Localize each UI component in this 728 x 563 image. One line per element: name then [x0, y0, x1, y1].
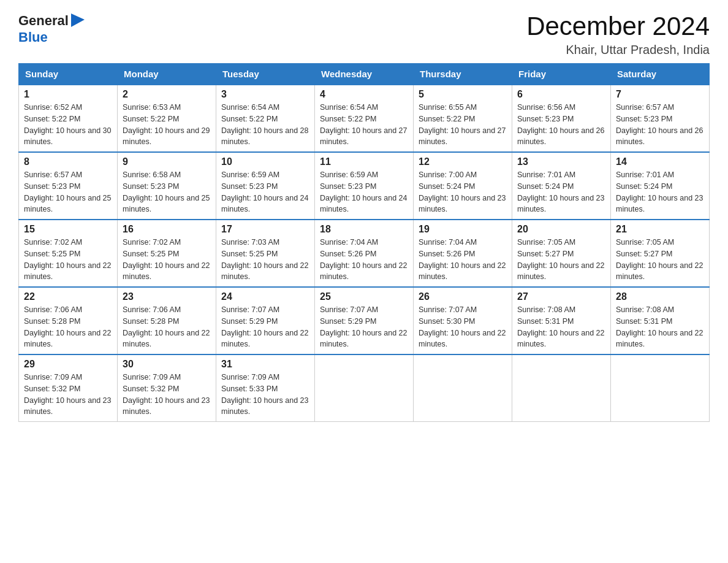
day-info: Sunrise: 7:01 AMSunset: 5:24 PMDaylight:…	[517, 169, 605, 215]
day-info: Sunrise: 7:07 AMSunset: 5:29 PMDaylight:…	[320, 304, 408, 350]
calendar-cell: 12Sunrise: 7:00 AMSunset: 5:24 PMDayligh…	[414, 152, 512, 220]
day-number: 17	[221, 224, 309, 235]
day-info: Sunrise: 6:58 AMSunset: 5:23 PMDaylight:…	[123, 169, 211, 215]
calendar-week-row: 15Sunrise: 7:02 AMSunset: 5:25 PMDayligh…	[19, 220, 710, 287]
page-title: December 2024	[526, 12, 710, 40]
day-number: 7	[616, 89, 704, 100]
day-info: Sunrise: 6:55 AMSunset: 5:22 PMDaylight:…	[419, 102, 507, 148]
day-info: Sunrise: 6:52 AMSunset: 5:22 PMDaylight:…	[24, 102, 112, 148]
day-info: Sunrise: 6:56 AMSunset: 5:23 PMDaylight:…	[517, 102, 605, 148]
weekday-header: Thursday	[414, 64, 512, 85]
logo: General Blue	[18, 12, 85, 45]
calendar-cell: 5Sunrise: 6:55 AMSunset: 5:22 PMDaylight…	[414, 85, 512, 152]
day-info: Sunrise: 7:04 AMSunset: 5:26 PMDaylight:…	[419, 237, 507, 283]
day-info: Sunrise: 6:53 AMSunset: 5:22 PMDaylight:…	[123, 102, 211, 148]
day-number: 30	[123, 359, 211, 370]
day-number: 20	[517, 224, 605, 235]
calendar-cell: 8Sunrise: 6:57 AMSunset: 5:23 PMDaylight…	[19, 152, 118, 220]
calendar-cell: 29Sunrise: 7:09 AMSunset: 5:32 PMDayligh…	[19, 354, 118, 422]
calendar-cell	[512, 354, 611, 422]
calendar-cell: 22Sunrise: 7:06 AMSunset: 5:28 PMDayligh…	[19, 287, 118, 354]
calendar-cell: 19Sunrise: 7:04 AMSunset: 5:26 PMDayligh…	[414, 220, 512, 287]
calendar-week-row: 22Sunrise: 7:06 AMSunset: 5:28 PMDayligh…	[19, 287, 710, 354]
day-number: 6	[517, 89, 605, 100]
calendar-week-row: 29Sunrise: 7:09 AMSunset: 5:32 PMDayligh…	[19, 354, 710, 422]
calendar-cell: 10Sunrise: 6:59 AMSunset: 5:23 PMDayligh…	[216, 152, 315, 220]
calendar-week-row: 8Sunrise: 6:57 AMSunset: 5:23 PMDaylight…	[19, 152, 710, 220]
calendar-table: SundayMondayTuesdayWednesdayThursdayFrid…	[18, 63, 710, 422]
calendar-cell: 15Sunrise: 7:02 AMSunset: 5:25 PMDayligh…	[19, 220, 118, 287]
day-number: 10	[221, 156, 309, 167]
calendar-cell: 17Sunrise: 7:03 AMSunset: 5:25 PMDayligh…	[216, 220, 315, 287]
day-info: Sunrise: 7:09 AMSunset: 5:33 PMDaylight:…	[221, 372, 309, 418]
logo-text-blue: Blue	[18, 29, 48, 45]
day-number: 14	[616, 156, 704, 167]
calendar-cell: 23Sunrise: 7:06 AMSunset: 5:28 PMDayligh…	[118, 287, 216, 354]
day-number: 22	[24, 291, 112, 302]
day-number: 13	[517, 156, 605, 167]
day-number: 11	[320, 156, 408, 167]
day-number: 16	[123, 224, 211, 235]
calendar-cell: 20Sunrise: 7:05 AMSunset: 5:27 PMDayligh…	[512, 220, 611, 287]
calendar-cell: 18Sunrise: 7:04 AMSunset: 5:26 PMDayligh…	[315, 220, 414, 287]
day-number: 12	[419, 156, 507, 167]
day-number: 24	[221, 291, 309, 302]
day-info: Sunrise: 6:57 AMSunset: 5:23 PMDaylight:…	[616, 102, 704, 148]
svg-marker-0	[71, 13, 85, 27]
calendar-cell: 14Sunrise: 7:01 AMSunset: 5:24 PMDayligh…	[611, 152, 710, 220]
day-info: Sunrise: 7:06 AMSunset: 5:28 PMDaylight:…	[123, 304, 211, 350]
logo-triangle-icon	[71, 13, 85, 27]
calendar-header-row: SundayMondayTuesdayWednesdayThursdayFrid…	[19, 64, 710, 85]
calendar-cell: 11Sunrise: 6:59 AMSunset: 5:23 PMDayligh…	[315, 152, 414, 220]
calendar-cell: 21Sunrise: 7:05 AMSunset: 5:27 PMDayligh…	[611, 220, 710, 287]
calendar-cell: 13Sunrise: 7:01 AMSunset: 5:24 PMDayligh…	[512, 152, 611, 220]
day-info: Sunrise: 6:54 AMSunset: 5:22 PMDaylight:…	[320, 102, 408, 148]
day-number: 5	[419, 89, 507, 100]
day-number: 8	[24, 156, 112, 167]
day-number: 3	[221, 89, 309, 100]
page-subtitle: Khair, Uttar Pradesh, India	[526, 43, 710, 57]
logo-text-general: General	[18, 13, 69, 29]
day-info: Sunrise: 6:59 AMSunset: 5:23 PMDaylight:…	[320, 169, 408, 215]
day-number: 2	[123, 89, 211, 100]
day-info: Sunrise: 7:03 AMSunset: 5:25 PMDaylight:…	[221, 237, 309, 283]
calendar-cell: 30Sunrise: 7:09 AMSunset: 5:32 PMDayligh…	[118, 354, 216, 422]
day-number: 31	[221, 359, 309, 370]
day-number: 15	[24, 224, 112, 235]
page-header: General Blue December 2024 Khair, Uttar …	[18, 12, 710, 57]
day-info: Sunrise: 7:07 AMSunset: 5:29 PMDaylight:…	[221, 304, 309, 350]
weekday-header: Sunday	[19, 64, 118, 85]
calendar-cell: 25Sunrise: 7:07 AMSunset: 5:29 PMDayligh…	[315, 287, 414, 354]
day-info: Sunrise: 7:02 AMSunset: 5:25 PMDaylight:…	[123, 237, 211, 283]
day-info: Sunrise: 7:09 AMSunset: 5:32 PMDaylight:…	[24, 372, 112, 418]
title-block: December 2024 Khair, Uttar Pradesh, Indi…	[526, 12, 710, 57]
day-info: Sunrise: 7:09 AMSunset: 5:32 PMDaylight:…	[123, 372, 211, 418]
calendar-cell: 24Sunrise: 7:07 AMSunset: 5:29 PMDayligh…	[216, 287, 315, 354]
day-info: Sunrise: 7:05 AMSunset: 5:27 PMDaylight:…	[517, 237, 605, 283]
weekday-header: Monday	[118, 64, 216, 85]
calendar-week-row: 1Sunrise: 6:52 AMSunset: 5:22 PMDaylight…	[19, 85, 710, 152]
weekday-header: Tuesday	[216, 64, 315, 85]
calendar-cell: 16Sunrise: 7:02 AMSunset: 5:25 PMDayligh…	[118, 220, 216, 287]
calendar-cell: 9Sunrise: 6:58 AMSunset: 5:23 PMDaylight…	[118, 152, 216, 220]
day-info: Sunrise: 6:59 AMSunset: 5:23 PMDaylight:…	[221, 169, 309, 215]
day-number: 1	[24, 89, 112, 100]
calendar-cell: 3Sunrise: 6:54 AMSunset: 5:22 PMDaylight…	[216, 85, 315, 152]
weekday-header: Saturday	[611, 64, 710, 85]
day-info: Sunrise: 7:02 AMSunset: 5:25 PMDaylight:…	[24, 237, 112, 283]
calendar-cell: 26Sunrise: 7:07 AMSunset: 5:30 PMDayligh…	[414, 287, 512, 354]
day-number: 19	[419, 224, 507, 235]
day-info: Sunrise: 6:57 AMSunset: 5:23 PMDaylight:…	[24, 169, 112, 215]
day-info: Sunrise: 7:05 AMSunset: 5:27 PMDaylight:…	[616, 237, 704, 283]
day-info: Sunrise: 7:06 AMSunset: 5:28 PMDaylight:…	[24, 304, 112, 350]
day-number: 9	[123, 156, 211, 167]
day-info: Sunrise: 7:07 AMSunset: 5:30 PMDaylight:…	[419, 304, 507, 350]
day-info: Sunrise: 7:08 AMSunset: 5:31 PMDaylight:…	[616, 304, 704, 350]
day-number: 21	[616, 224, 704, 235]
day-info: Sunrise: 7:01 AMSunset: 5:24 PMDaylight:…	[616, 169, 704, 215]
calendar-cell: 4Sunrise: 6:54 AMSunset: 5:22 PMDaylight…	[315, 85, 414, 152]
day-number: 29	[24, 359, 112, 370]
calendar-cell: 27Sunrise: 7:08 AMSunset: 5:31 PMDayligh…	[512, 287, 611, 354]
calendar-cell: 31Sunrise: 7:09 AMSunset: 5:33 PMDayligh…	[216, 354, 315, 422]
day-number: 4	[320, 89, 408, 100]
